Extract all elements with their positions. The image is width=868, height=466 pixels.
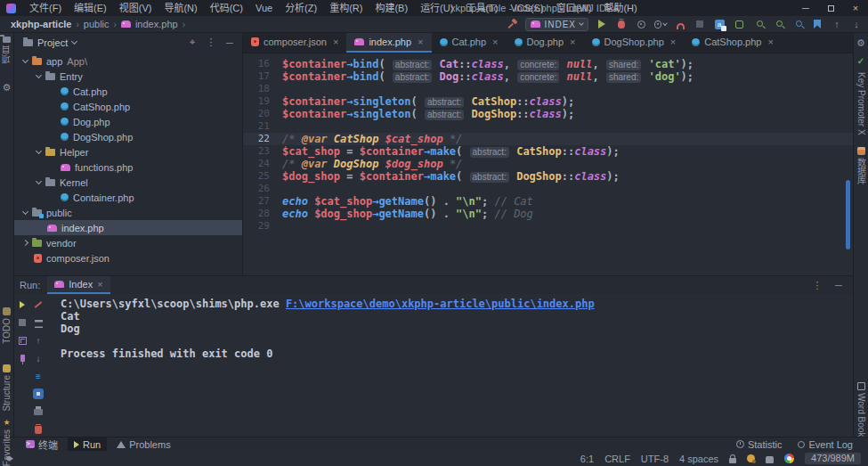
tree-item-Entry[interactable]: Entry xyxy=(14,69,242,84)
code-line-18[interactable]: 18 xyxy=(243,83,853,95)
statistic-button[interactable]: Statistic xyxy=(730,437,789,452)
stop-icon[interactable] xyxy=(694,18,706,30)
menu-item-C[interactable]: 代码(C) xyxy=(204,0,249,16)
tool-stripe-project[interactable]: 项目 xyxy=(0,37,13,63)
run-console[interactable]: C:\Users\syfxl\scoop\shims\php.exe F:\wo… xyxy=(48,294,853,437)
hide-panel-icon[interactable]: ─ xyxy=(831,280,846,290)
code-line-27[interactable]: 27echo $cat_shop→getName() . "\n"; // Ca… xyxy=(243,195,853,208)
tree-item-public[interactable]: public xyxy=(14,205,242,220)
code-line-24[interactable]: 24/* @var DogShop $dog_shop */ xyxy=(243,158,853,170)
scroll-to-end-icon[interactable] xyxy=(33,388,44,399)
ide-scripting-icon[interactable] xyxy=(766,456,774,463)
stop-icon[interactable] xyxy=(17,317,28,328)
code-line-28[interactable]: 28echo $dog_shop→getName() . "\n"; // Do… xyxy=(243,208,853,220)
sort-icon[interactable] xyxy=(33,317,44,328)
debug-icon[interactable] xyxy=(615,18,628,30)
menu-item-B[interactable]: 构建(B) xyxy=(369,0,414,16)
menu-item-F[interactable]: 文件(F) xyxy=(23,0,68,16)
find-icon[interactable] xyxy=(752,18,765,30)
restore-layout-icon[interactable] xyxy=(17,335,28,346)
close-icon[interactable]: × xyxy=(492,37,498,47)
chevron-down-icon[interactable] xyxy=(22,208,28,215)
chevron-down-icon[interactable] xyxy=(36,178,42,184)
chevron-down-icon[interactable] xyxy=(22,57,28,63)
tool-stripe-structure[interactable]: Structure xyxy=(0,364,13,412)
rerun-icon[interactable] xyxy=(17,299,28,310)
soft-wrap-icon[interactable]: ≡ xyxy=(33,371,44,381)
tab-DogShop.php[interactable]: DogShop.php× xyxy=(584,33,685,53)
tree-item-CatShop.php[interactable]: CatShop.php xyxy=(14,99,242,114)
tree-item-Dog.php[interactable]: Dog.php xyxy=(14,114,242,129)
problems-toolwindow-button[interactable]: Problems xyxy=(110,437,176,452)
minimize-button[interactable]: ─ xyxy=(793,0,818,16)
tree-item-Container.php[interactable]: Container.php xyxy=(14,190,242,205)
commit-gear-icon[interactable]: ⚙ xyxy=(0,83,13,93)
tool-stripe-word-book[interactable]: Word Book xyxy=(854,382,868,437)
pin-tab-icon[interactable] xyxy=(17,353,28,364)
more-options-icon[interactable]: ⋮ xyxy=(810,280,824,291)
code-line-26[interactable]: 26 xyxy=(243,183,853,195)
menu-item-N[interactable]: 导航(N) xyxy=(158,0,203,16)
print-icon[interactable] xyxy=(33,406,44,417)
code-line-21[interactable]: 21 xyxy=(243,120,853,133)
code-line-25[interactable]: 25$dog_shop = $container→make( abstract:… xyxy=(243,170,853,183)
breadcrumb-project[interactable]: xkphp-article xyxy=(11,19,71,29)
console-file-link[interactable]: F:\workspace\demo\xkphp-article\public\i… xyxy=(286,298,595,310)
more-options-icon[interactable]: ⋮ xyxy=(204,37,218,48)
code-line-29[interactable]: 29 xyxy=(243,220,853,233)
clear-all-icon[interactable] xyxy=(33,424,44,435)
breadcrumb-file[interactable]: index.php xyxy=(135,19,178,29)
run-configuration-selector[interactable]: INDEX xyxy=(525,18,588,31)
menu-item-Z[interactable]: 分析(Z) xyxy=(279,0,323,16)
down-stack-trace-icon[interactable]: ↓ xyxy=(33,353,44,364)
close-icon[interactable]: × xyxy=(97,279,102,290)
close-icon[interactable]: × xyxy=(767,37,773,47)
menu-item-V[interactable]: 视图(V) xyxy=(113,0,158,16)
event-log-button[interactable]: Event Log xyxy=(791,437,859,452)
tab-index.php[interactable]: index.php× xyxy=(346,33,431,53)
chevron-down-icon[interactable] xyxy=(36,72,42,78)
run-with-coverage-icon[interactable] xyxy=(635,18,647,30)
chevron-down-icon[interactable] xyxy=(36,148,42,154)
tree-item-DogShop.php[interactable]: DogShop.php xyxy=(14,129,242,144)
readonly-lock-icon[interactable] xyxy=(729,458,736,463)
run-toolwindow-button[interactable]: Run xyxy=(68,437,107,452)
tool-stripe-key-promoter[interactable]: Key Promoter X xyxy=(854,72,868,135)
close-icon[interactable]: × xyxy=(418,37,423,47)
edit-configuration-icon[interactable] xyxy=(33,299,44,310)
project-panel-title[interactable]: Project xyxy=(37,37,68,48)
locate-icon[interactable]: ⌖ xyxy=(185,37,199,48)
tab-Cat.php[interactable]: Cat.php× xyxy=(432,33,507,53)
search-everywhere-icon[interactable] xyxy=(733,18,745,30)
tree-item-app[interactable]: appApp\ xyxy=(14,53,242,69)
next-occurrence-icon[interactable]: ↓ xyxy=(850,18,863,30)
tool-stripe-database[interactable]: 数据库 xyxy=(854,147,868,184)
tree-item-functions.php[interactable]: functions.php xyxy=(14,159,242,175)
tree-item-vendor[interactable]: vendor xyxy=(14,235,242,250)
translate-icon[interactable]: a xyxy=(713,18,726,30)
indent-setting[interactable]: 4 spaces xyxy=(679,454,718,464)
bookmark-icon[interactable] xyxy=(811,18,823,30)
hide-icon[interactable]: ─ xyxy=(223,37,237,48)
close-icon[interactable]: × xyxy=(333,37,338,47)
code-line-23[interactable]: 23$cat_shop = $container→make( abstract:… xyxy=(243,145,853,158)
tree-item-Cat.php[interactable]: Cat.php xyxy=(14,84,242,99)
chrome-icon[interactable] xyxy=(784,454,794,463)
run-tab-index[interactable]: Index × xyxy=(47,276,110,294)
tab-Dog.php[interactable]: Dog.php× xyxy=(507,33,584,53)
code-line-22[interactable]: 22/* @var CatShop $cat_shop */ xyxy=(243,133,853,145)
inspections-ok-icon[interactable]: ✓ xyxy=(854,56,868,66)
attach-debugger-icon[interactable] xyxy=(674,18,686,30)
close-icon[interactable]: × xyxy=(570,37,575,47)
replace-icon[interactable] xyxy=(772,18,784,30)
line-ending[interactable]: CRLF xyxy=(604,454,630,464)
code-line-16[interactable]: 16$container→bind( abstract: Cat::class,… xyxy=(243,58,853,70)
tree-item-index.php[interactable]: index.php xyxy=(14,220,242,235)
code-line-19[interactable]: 19$container→singleton( abstract: CatSho… xyxy=(243,95,853,108)
close-button[interactable]: × xyxy=(843,0,868,16)
previous-occurrence-icon[interactable]: ↑ xyxy=(831,18,843,30)
caret-position[interactable]: 6:1 xyxy=(580,454,594,464)
tab-CatShop.php[interactable]: CatShop.php× xyxy=(684,33,782,53)
editor-scrollbar[interactable] xyxy=(846,180,850,249)
menu-item-Vue[interactable]: Vue xyxy=(249,0,279,16)
